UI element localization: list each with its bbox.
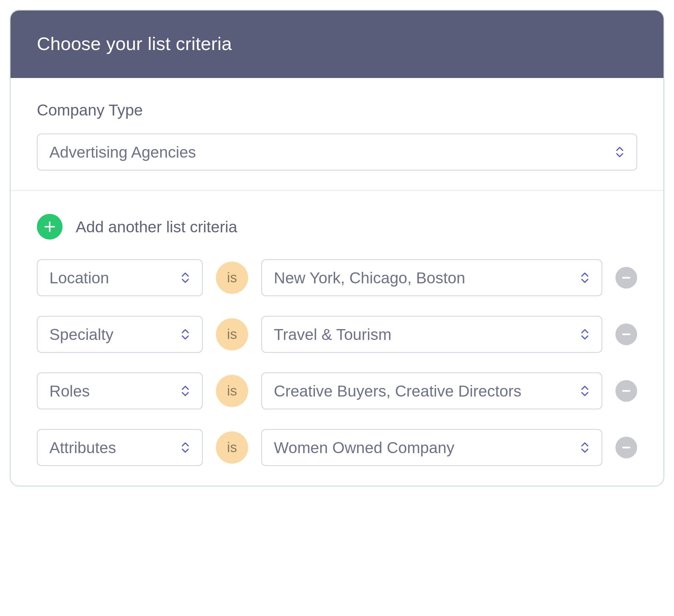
card-header: Choose your list criteria [11,11,663,78]
header-title: Choose your list criteria [37,33,637,54]
criteria-field-select[interactable]: Attributes [37,429,203,466]
add-criteria-button[interactable] [37,214,63,240]
minus-icon [621,329,632,340]
criteria-operator-text: is [227,327,237,342]
criteria-field-value: Location [49,269,109,287]
remove-criteria-button[interactable] [615,437,637,458]
criteria-rows: Location is New York, Chicago, Boston [37,259,637,466]
company-type-value: Advertising Agencies [49,143,196,161]
company-type-label: Company Type [37,101,637,119]
criteria-field-select[interactable]: Specialty [37,316,203,353]
add-criteria-label: Add another list criteria [76,218,237,236]
chevron-up-down-icon [180,328,190,341]
criteria-value-text: Creative Buyers, Creative Directors [274,382,521,400]
add-criteria-row: Add another list criteria [37,214,637,240]
criteria-value-text: Travel & Tourism [274,326,391,344]
criteria-value-select[interactable]: Travel & Tourism [261,316,602,353]
criteria-section: Add another list criteria Location is Ne… [11,190,663,486]
criteria-operator-pill: is [216,262,248,294]
criteria-value-select[interactable]: New York, Chicago, Boston [261,259,602,296]
criteria-operator-pill: is [216,432,248,464]
chevron-up-down-icon [180,271,190,284]
criteria-row: Attributes is Women Owned Company [37,429,637,466]
criteria-value-text: New York, Chicago, Boston [274,269,465,287]
remove-criteria-button[interactable] [615,324,637,345]
remove-criteria-button[interactable] [615,267,637,288]
company-type-select[interactable]: Advertising Agencies [37,134,637,170]
chevron-up-down-icon [180,384,190,397]
criteria-card: Choose your list criteria Company Type A… [10,10,664,486]
criteria-field-select[interactable]: Roles [37,372,203,409]
criteria-field-value: Roles [49,382,90,400]
criteria-operator-pill: is [216,375,248,407]
chevron-up-down-icon [580,328,590,341]
criteria-field-value: Attributes [49,439,116,457]
criteria-operator-text: is [227,270,237,286]
criteria-value-select[interactable]: Women Owned Company [261,429,602,466]
criteria-row: Roles is Creative Buyers, Creative Direc… [37,372,637,409]
remove-criteria-button[interactable] [615,380,637,402]
minus-icon [621,272,632,283]
criteria-operator-text: is [227,383,237,399]
criteria-operator-pill: is [216,318,248,351]
plus-icon [43,220,56,233]
chevron-up-down-icon [180,441,190,454]
company-type-section: Company Type Advertising Agencies [11,78,663,190]
minus-icon [621,385,632,396]
chevron-up-down-icon [580,271,590,284]
criteria-operator-text: is [227,440,237,456]
criteria-field-value: Specialty [49,326,114,344]
minus-icon [621,442,632,453]
chevron-up-down-icon [615,145,625,159]
chevron-up-down-icon [580,441,590,454]
criteria-row: Location is New York, Chicago, Boston [37,259,637,296]
criteria-value-select[interactable]: Creative Buyers, Creative Directors [261,372,602,409]
criteria-value-text: Women Owned Company [274,439,454,457]
criteria-field-select[interactable]: Location [37,259,203,296]
criteria-row: Specialty is Travel & Tourism [37,316,637,353]
chevron-up-down-icon [580,384,590,397]
